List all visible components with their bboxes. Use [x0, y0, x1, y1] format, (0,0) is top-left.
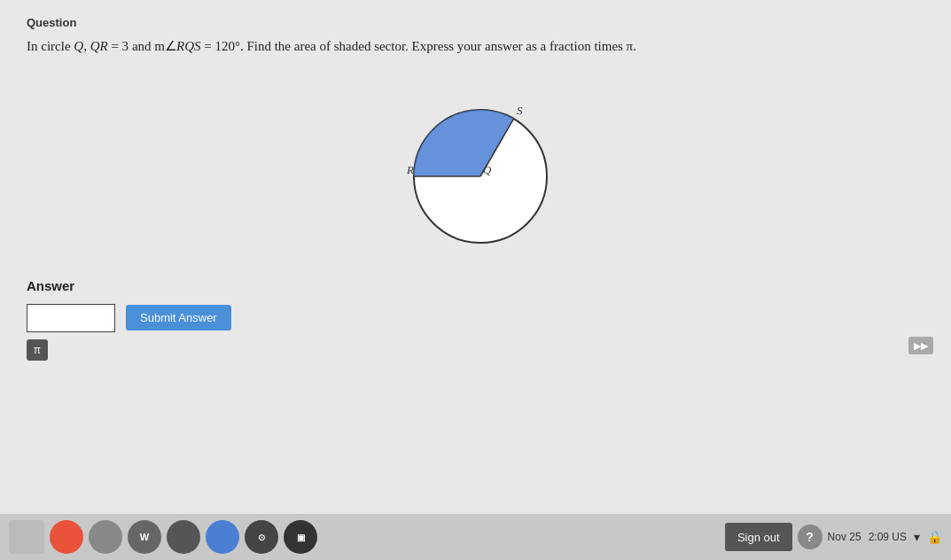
- taskbar-circle-dark2[interactable]: ▣: [284, 520, 317, 554]
- answer-section: Answer Submit Answer π: [27, 278, 924, 361]
- main-content: Question In circle Q, QR = 3 and m∠RQS =…: [0, 0, 951, 514]
- taskbar-circle-gray2-label: W: [140, 532, 149, 542]
- submit-answer-button[interactable]: Submit Answer: [126, 305, 231, 331]
- date-label: Nov 25: [828, 531, 861, 543]
- taskbar-circle-blue[interactable]: [206, 520, 239, 554]
- wifi-icon: ▾: [914, 530, 920, 544]
- answer-input[interactable]: [27, 304, 115, 332]
- taskbar-circle-dark2-icon: ▣: [297, 533, 305, 542]
- sign-out-button[interactable]: Sign out: [725, 523, 792, 551]
- taskbar-start-button[interactable]: [9, 520, 44, 554]
- speaker-icon: 🔒: [927, 530, 942, 544]
- taskbar-circle-gray1[interactable]: [89, 520, 122, 554]
- svg-text:S: S: [517, 104, 523, 117]
- taskbar: W ⊙ ▣ Sign out ? Nov 25 2:09 US ▾ 🔒: [0, 514, 951, 560]
- taskbar-info: Nov 25 2:09 US ▾ 🔒: [828, 530, 942, 544]
- question-mark-circle[interactable]: ?: [798, 525, 822, 549]
- taskbar-circle-gray3[interactable]: [167, 520, 200, 554]
- and-word: and: [132, 39, 152, 53]
- help-icon-label: ▶▶: [914, 340, 928, 352]
- help-icon: ▶▶: [908, 337, 933, 354]
- time-label: 2:09 US: [869, 531, 907, 543]
- answer-label: Answer: [27, 278, 924, 293]
- circle-diagram: R Q S: [387, 74, 565, 252]
- question-text: In circle Q, QR = 3 and m∠RQS = 120°. Fi…: [27, 36, 924, 57]
- taskbar-circle-dark1-icon: ⊙: [258, 533, 265, 542]
- taskbar-circle-red[interactable]: [50, 520, 83, 554]
- pi-badge: π: [27, 339, 48, 361]
- answer-row: Submit Answer: [27, 304, 924, 332]
- question-label: Question: [27, 16, 924, 29]
- question-text-content: In circle Q, QR = 3 and m∠RQS = 120°. Fi…: [27, 39, 636, 53]
- diagram-area: R Q S: [27, 74, 924, 252]
- taskbar-circle-gray2[interactable]: W: [128, 520, 161, 554]
- svg-text:R: R: [406, 163, 414, 176]
- svg-text:Q: Q: [483, 163, 492, 176]
- taskbar-circle-dark1[interactable]: ⊙: [245, 520, 278, 554]
